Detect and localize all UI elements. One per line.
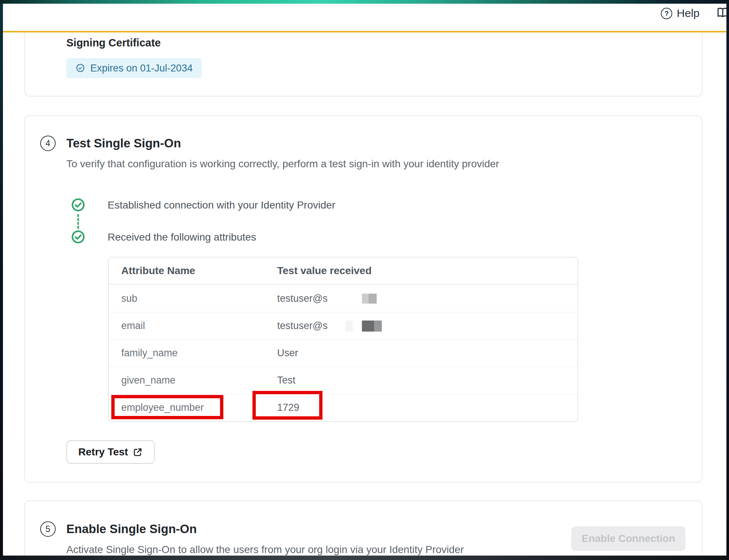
check-circle-icon — [71, 230, 85, 244]
window-bottom-strip — [0, 556, 729, 560]
table-row: sub testuser@s — [109, 285, 578, 312]
enable-sso-card: 5 Enable Single Sign-On Activate Single … — [24, 500, 702, 560]
redaction-block — [345, 321, 353, 332]
retry-test-label: Retry Test — [79, 446, 128, 458]
step-4-badge: 4 — [40, 136, 56, 151]
enable-connection-button[interactable]: Enable Connection — [571, 526, 686, 551]
column-attribute-name: Attribute Name — [121, 265, 277, 277]
step-4-number: 4 — [46, 139, 50, 148]
signing-certificate-card: Signing Certificate Expires on 01-Jul-20… — [24, 32, 702, 97]
table-row: family_name User — [109, 339, 578, 367]
highlight-box-1729 — [252, 391, 322, 420]
check-step-attributes: Received the following attributes — [108, 231, 256, 243]
question-mark-icon: ? — [661, 8, 672, 19]
highlight-box-employee-number — [111, 395, 223, 419]
attr-name: given_name — [121, 375, 277, 386]
signing-certificate-title: Signing Certificate — [66, 37, 161, 49]
enable-sso-title: Enable Single Sign-On — [66, 522, 197, 536]
test-sso-card: 4 Test Single Sign-On To verify that con… — [24, 115, 702, 483]
table-row: email testuser@s — [109, 312, 578, 339]
test-sso-title: Test Single Sign-On — [66, 136, 181, 150]
window-right-edge — [726, 0, 729, 560]
attributes-table-header: Attribute Name Test value received — [109, 258, 578, 285]
attr-value: testuser@s — [277, 320, 578, 332]
window-left-edge — [0, 0, 3, 560]
enable-connection-label: Enable Connection — [582, 533, 675, 545]
help-label: Help — [677, 7, 700, 20]
retry-test-button[interactable]: Retry Test — [66, 440, 155, 464]
step-5-badge: 5 — [40, 521, 56, 537]
test-sso-description: To verify that configuration is working … — [66, 158, 499, 170]
attr-value: testuser@s — [277, 293, 578, 304]
redaction-block — [362, 294, 377, 304]
header-accent-divider — [3, 31, 726, 32]
step-5-number: 5 — [46, 524, 50, 534]
table-row: given_name Test — [109, 367, 578, 394]
external-link-icon — [133, 447, 143, 457]
check-circle-icon — [71, 198, 85, 212]
certificate-expiry-text: Expires on 01-Jul-2034 — [90, 63, 193, 74]
attr-value: Test — [277, 375, 578, 386]
attr-name: family_name — [121, 347, 277, 359]
certificate-expiry-badge: Expires on 01-Jul-2034 — [66, 58, 202, 78]
attr-name: sub — [121, 293, 277, 304]
help-button[interactable]: ? Help — [661, 6, 700, 21]
check-step-connection: Established connection with your Identit… — [108, 199, 335, 211]
window-top-gradient-strip — [0, 0, 729, 4]
attr-value: User — [277, 347, 578, 359]
step-connector-line — [77, 214, 79, 229]
enable-sso-description: Activate Single Sign-On to allow the use… — [66, 544, 464, 556]
badge-check-icon — [75, 63, 86, 73]
column-test-value: Test value received — [277, 265, 578, 277]
redaction-block — [362, 321, 382, 332]
attr-name: email — [121, 320, 277, 332]
